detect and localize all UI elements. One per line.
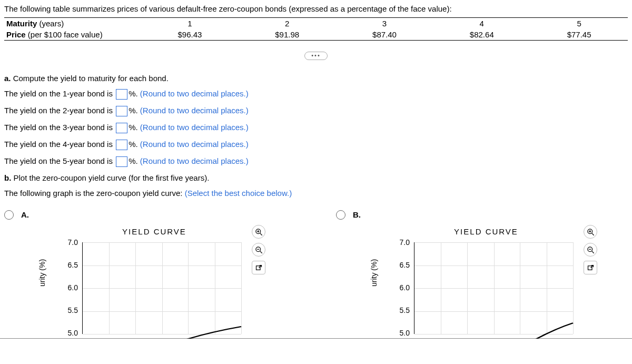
yield-2-hint: (Round to two decimal places.) [138,106,249,115]
price-1: $96.43 [141,29,239,41]
choice-b-label: B. [353,210,361,219]
yield-5-input[interactable] [116,156,127,167]
part-a-text: Compute the yield to maturity for each b… [11,74,169,83]
col-4: 4 [433,18,530,29]
part-b-text: Plot the zero-coupon yield curve (for th… [11,173,209,182]
yield-1-pct: %. [129,89,138,98]
part-b-prompt-blue: (Select the best choice below.) [185,189,292,198]
expand-ellipsis-button[interactable]: ••• [304,52,328,60]
chart-b-tick: 7.0 [400,238,410,247]
choice-a-radio[interactable] [4,210,14,220]
chart-a-ylabel: urity (%) [38,259,46,287]
maturity-label-rest: (years) [37,19,64,28]
chart-a-tick: 6.0 [68,283,78,292]
yield-1-input[interactable] [116,89,127,100]
yield-3-hint: (Round to two decimal places.) [138,123,249,132]
yield-3-input[interactable] [116,123,127,133]
svg-line-5 [260,251,262,253]
yield-5-hint: (Round to two decimal places.) [138,156,249,165]
yield-3-pct: %. [129,123,138,132]
choice-a-label: A. [21,210,29,219]
choice-b: B. YIELD CURVE urity (%) 7.0 6.5 6.0 5.5 [336,210,632,334]
price-label-bold: Price [6,30,26,39]
yield-5-pct: %. [129,156,138,165]
svg-line-14 [591,251,594,253]
zoom-out-icon[interactable] [584,243,597,257]
col-3: 3 [336,18,433,29]
yield-2-input[interactable] [116,106,127,116]
chart-b-ylabel: urity (%) [370,259,378,287]
chart-b-tick: 6.5 [400,261,410,269]
chart-b-tick: 5.5 [400,306,410,314]
price-label-rest: (per $100 face value) [26,30,103,39]
zoom-in-icon[interactable] [252,225,265,239]
chart-a-tick: 5.0 [68,329,78,337]
part-b-prompt-plain: The following graph is the zero-coupon y… [4,189,185,198]
chart-b-tick: 5.0 [400,329,410,337]
price-5: $77.45 [530,29,628,41]
choice-a: A. YIELD CURVE urity (%) 7.0 6.5 6.0 5.5 [4,210,315,334]
part-b-label: b. [4,173,11,182]
svg-line-10 [591,233,594,235]
yield-4-input[interactable] [116,140,127,150]
price-4: $82.64 [433,29,530,41]
svg-rect-16 [588,265,592,270]
yield-1-prompt: The yield on the 1-year bond is [4,89,113,98]
intro-text: The following table summarizes prices of… [4,2,628,17]
zoom-in-icon[interactable] [584,225,597,239]
maturity-label-bold: Maturity [6,19,37,28]
chart-a: urity (%) 7.0 6.5 6.0 5.5 5.0 [62,239,246,334]
bond-price-table: Maturity (years) 1 2 3 4 5 Price (per $1… [4,17,628,41]
yield-3-prompt: The yield on the 3-year bond is [4,123,113,132]
price-3: $87.40 [336,29,433,41]
svg-rect-7 [256,265,260,270]
chart-a-title: YIELD CURVE [62,225,246,239]
yield-5-prompt: The yield on the 5-year bond is [4,156,113,165]
yield-4-hint: (Round to two decimal places.) [138,140,249,149]
svg-line-1 [260,233,262,235]
yield-1-hint: (Round to two decimal places.) [138,89,249,98]
open-external-icon[interactable] [252,261,265,274]
chart-a-tick: 5.5 [68,306,78,314]
yield-4-prompt: The yield on the 4-year bond is [4,140,113,149]
open-external-icon[interactable] [584,261,597,274]
chart-a-tick: 6.5 [68,261,78,269]
yield-2-prompt: The yield on the 2-year bond is [4,106,113,115]
price-2: $91.98 [239,29,336,41]
chart-a-tick: 7.0 [68,238,78,247]
yield-4-pct: %. [129,140,138,149]
yield-2-pct: %. [129,106,138,115]
part-a-label: a. [4,74,11,83]
chart-b: urity (%) 7.0 6.5 6.0 5.5 5.0 [394,239,578,334]
zoom-out-icon[interactable] [252,243,265,257]
chart-b-title: YIELD CURVE [394,225,578,239]
col-2: 2 [239,18,336,29]
col-1: 1 [141,18,239,29]
col-5: 5 [530,18,628,29]
choice-b-radio[interactable] [336,210,345,220]
chart-b-tick: 6.0 [400,283,410,292]
